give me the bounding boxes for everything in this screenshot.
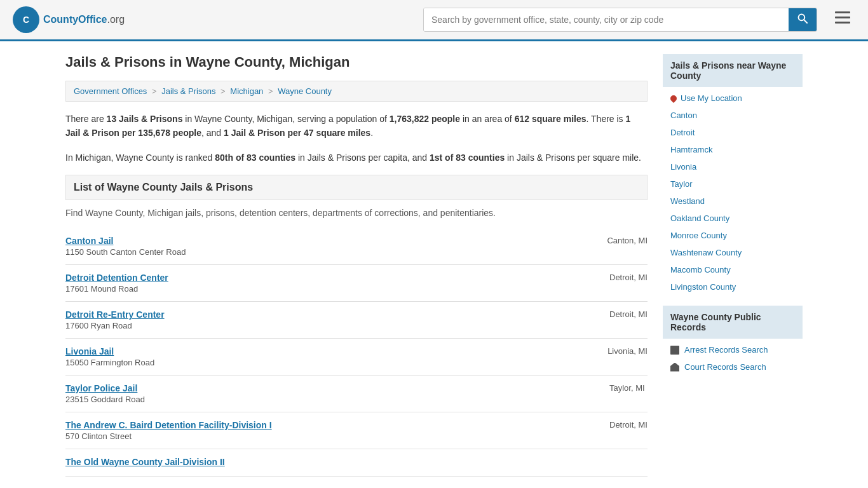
nearby-counties-list: Oakland CountyMonroe CountyWashtenaw Cou…: [663, 210, 803, 295]
page-container: Jails & Prisons in Wayne County, Michiga…: [53, 41, 815, 488]
rank-sqmile: 1st of 83 counties: [430, 152, 505, 163]
jail-city: Detroit, MI: [571, 309, 648, 319]
jail-name[interactable]: Canton Jail: [65, 236, 569, 246]
nearby-cities-list: CantonDetroitHamtramckLivoniaTaylorWestl…: [663, 107, 803, 210]
page-title: Jails & Prisons in Wayne County, Michiga…: [65, 54, 648, 71]
jail-info: Livonia Jail 15050 Farmington Road: [65, 346, 569, 367]
public-record-label: Court Records Search: [684, 362, 766, 372]
sidebar-city-link[interactable]: Taylor: [663, 175, 803, 193]
main-content: Jails & Prisons in Wayne County, Michiga…: [65, 54, 648, 477]
jail-address: 15050 Farmington Road: [65, 358, 569, 367]
jail-city: Taylor, MI: [571, 383, 648, 393]
breadcrumb: Government Offices > Jails & Prisons > M…: [65, 81, 648, 102]
sidebar-city-link[interactable]: Hamtramck: [663, 141, 803, 158]
svg-text:C: C: [23, 15, 29, 25]
jail-city: Detroit, MI: [571, 420, 648, 430]
jail-info: Detroit Re-Entry Center 17600 Ryan Road: [65, 309, 571, 330]
public-record-icon: [670, 346, 679, 355]
rank-percapita: 80th of 83 counties: [215, 152, 295, 163]
description-line1: There are 13 Jails & Prisons in Wayne Co…: [65, 112, 648, 140]
sidebar-nearby-section: Jails & Prisons near Wayne County Use My…: [663, 54, 803, 295]
jail-item: Taylor Police Jail 23515 Goddard Road Ta…: [65, 376, 648, 412]
area: 612 square miles: [515, 114, 587, 124]
sidebar-county-link[interactable]: Washtenaw County: [663, 244, 803, 261]
jail-name[interactable]: Detroit Detention Center: [65, 273, 571, 283]
jail-info: Canton Jail 1150 South Canton Center Roa…: [65, 236, 569, 257]
jail-address: 17601 Mound Road: [65, 284, 571, 294]
search-icon: [797, 13, 808, 24]
sidebar: Jails & Prisons near Wayne County Use My…: [663, 54, 803, 477]
breadcrumb-sep-2: >: [220, 86, 227, 96]
sidebar-county-link[interactable]: Monroe County: [663, 227, 803, 244]
jail-info: Taylor Police Jail 23515 Goddard Road: [65, 383, 571, 404]
search-input[interactable]: [424, 8, 789, 31]
location-icon: [669, 93, 678, 102]
per-sqmile: 1 Jail & Prison per 47 square miles: [224, 128, 370, 138]
jail-city: Canton, MI: [569, 236, 648, 245]
sidebar-public-records-header: Wayne County Public Records: [663, 306, 803, 339]
jail-address: 1150 South Canton Center Road: [65, 247, 569, 257]
list-section-desc: Find Wayne County, Michigan jails, priso…: [65, 208, 648, 218]
svg-line-3: [804, 20, 807, 23]
sidebar-city-link[interactable]: Westland: [663, 193, 803, 210]
jail-item: Livonia Jail 15050 Farmington Road Livon…: [65, 339, 648, 376]
header: C CountyOffice.org: [0, 0, 868, 41]
sidebar-county-link[interactable]: Oakland County: [663, 210, 803, 227]
public-record-icon: [670, 363, 679, 372]
logo-svg: C: [18, 11, 34, 28]
jail-info: The Old Wayne County Jail-Division II: [65, 457, 571, 468]
jail-name[interactable]: Livonia Jail: [65, 346, 569, 356]
jail-info: The Andrew C. Baird Detention Facility-D…: [65, 420, 571, 441]
jail-item: Detroit Re-Entry Center 17600 Ryan Road …: [65, 302, 648, 339]
sidebar-city-link[interactable]: Canton: [663, 107, 803, 124]
hamburger-icon: [835, 11, 850, 24]
jail-name[interactable]: The Andrew C. Baird Detention Facility-D…: [65, 420, 571, 430]
breadcrumb-sep-1: >: [152, 86, 159, 96]
use-my-location-label: Use My Location: [681, 93, 742, 103]
population: 1,763,822 people: [390, 114, 460, 124]
breadcrumb-government-offices[interactable]: Government Offices: [74, 86, 147, 96]
jail-name[interactable]: Taylor Police Jail: [65, 383, 571, 393]
sidebar-county-link[interactable]: Macomb County: [663, 261, 803, 278]
breadcrumb-jails-prisons[interactable]: Jails & Prisons: [161, 86, 215, 96]
sidebar-nearby-header: Jails & Prisons near Wayne County: [663, 54, 803, 87]
jail-info: Detroit Detention Center 17601 Mound Roa…: [65, 273, 571, 294]
logo-icon: C: [13, 6, 39, 33]
sidebar-county-link[interactable]: Livingston County: [663, 278, 803, 295]
jails-count: 13 Jails & Prisons: [107, 114, 183, 124]
jail-address: 23515 Goddard Road: [65, 395, 571, 404]
logo-text: CountyOffice.org: [43, 14, 125, 25]
description-line2: In Michigan, Wayne County is ranked 80th…: [65, 151, 648, 165]
public-record-label: Arrest Records Search: [684, 345, 768, 355]
jail-item: The Old Wayne County Jail-Division II: [65, 449, 648, 477]
svg-rect-6: [835, 22, 850, 24]
jail-address: 570 Clinton Street: [65, 431, 571, 441]
menu-button[interactable]: [830, 9, 855, 30]
breadcrumb-sep-3: >: [268, 86, 275, 96]
public-record-link[interactable]: Arrest Records Search: [663, 341, 803, 358]
list-section-header: List of Wayne County Jails & Prisons: [65, 175, 648, 200]
jail-name[interactable]: Detroit Re-Entry Center: [65, 309, 571, 320]
jail-city: Detroit, MI: [571, 273, 648, 282]
breadcrumb-wayne-county[interactable]: Wayne County: [278, 86, 332, 96]
svg-rect-4: [835, 11, 850, 13]
search-button[interactable]: [789, 8, 817, 31]
logo[interactable]: C CountyOffice.org: [13, 6, 125, 33]
sidebar-city-link[interactable]: Detroit: [663, 124, 803, 141]
jail-item: The Andrew C. Baird Detention Facility-D…: [65, 412, 648, 449]
use-my-location-link[interactable]: Use My Location: [663, 90, 803, 107]
sidebar-public-records-section: Wayne County Public Records Arrest Recor…: [663, 306, 803, 376]
jail-item: Detroit Detention Center 17601 Mound Roa…: [65, 265, 648, 302]
sidebar-city-link[interactable]: Livonia: [663, 158, 803, 175]
jail-city: Livonia, MI: [569, 346, 648, 356]
logo-org: .org: [107, 14, 125, 25]
jails-list: Canton Jail 1150 South Canton Center Roa…: [65, 228, 648, 477]
public-record-link[interactable]: Court Records Search: [663, 358, 803, 376]
logo-name: CountyOffice: [43, 14, 107, 25]
public-records-links-list: Arrest Records SearchCourt Records Searc…: [663, 341, 803, 376]
search-bar: [423, 8, 817, 32]
jail-name[interactable]: The Old Wayne County Jail-Division II: [65, 457, 571, 467]
jail-item: Canton Jail 1150 South Canton Center Roa…: [65, 228, 648, 265]
svg-rect-5: [835, 17, 850, 18]
breadcrumb-michigan[interactable]: Michigan: [230, 86, 263, 96]
